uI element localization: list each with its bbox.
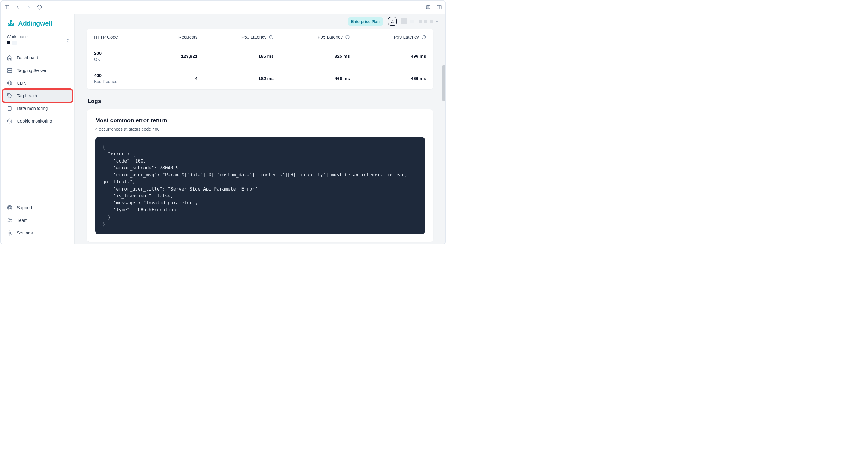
- main-content: HTTP Code Requests P50 Latency P95 Laten…: [75, 29, 445, 244]
- svg-point-18: [8, 95, 9, 95]
- svg-rect-5: [437, 5, 441, 9]
- logo-icon: [7, 19, 15, 28]
- svg-point-12: [12, 24, 13, 25]
- svg-point-31: [8, 218, 10, 220]
- svg-point-36: [393, 21, 393, 21]
- http-code-label: Bad Request: [94, 79, 143, 84]
- sidebar-item-label: Cookie monitoring: [17, 118, 52, 124]
- svg-rect-8: [10, 22, 11, 23]
- server-icon: [7, 67, 13, 73]
- cell-requests: 4: [150, 67, 205, 90]
- col-p99: P99 Latency: [357, 29, 433, 45]
- table-header-row: HTTP Code Requests P50 Latency P95 Laten…: [87, 29, 433, 45]
- back-icon[interactable]: [15, 4, 21, 10]
- settings-toggle-icon[interactable]: [426, 4, 431, 10]
- sidebar-item-tag-health[interactable]: Tag health: [3, 90, 72, 102]
- forward-icon: [26, 4, 31, 10]
- cookie-icon: [7, 118, 13, 124]
- sidebar-item-team[interactable]: Team: [3, 214, 72, 226]
- cell-p99: 466 ms: [357, 67, 433, 90]
- globe-icon: [7, 80, 13, 86]
- svg-rect-13: [7, 68, 12, 70]
- svg-point-32: [10, 219, 11, 220]
- workspace-name-placeholder: [12, 41, 17, 44]
- workspace-color-icon: [7, 41, 10, 44]
- sidebar-item-label: Data monitoring: [17, 106, 48, 111]
- cell-p50: 182 ms: [205, 67, 281, 90]
- svg-point-34: [392, 21, 392, 21]
- chat-button[interactable]: [388, 17, 397, 26]
- svg-point-21: [7, 119, 12, 124]
- panel-toggle-icon[interactable]: [4, 4, 10, 10]
- svg-point-33: [9, 232, 10, 234]
- sidebar-item-label: Dashboard: [17, 56, 38, 60]
- table-row: 200OK 123,821 185 ms 325 ms 496 ms: [87, 45, 433, 67]
- chat-icon: [390, 19, 395, 24]
- brand-logo[interactable]: Addingwell: [1, 14, 74, 31]
- cell-p95: 325 ms: [281, 45, 357, 67]
- sidebar-item-label: CDN: [17, 81, 26, 86]
- sidebar-item-cdn[interactable]: CDN: [3, 77, 72, 89]
- cell-p50: 185 ms: [205, 45, 281, 67]
- lifebuoy-icon: [7, 205, 13, 211]
- scrollbar[interactable]: [442, 65, 445, 101]
- help-icon[interactable]: [269, 35, 274, 39]
- reload-icon[interactable]: [37, 4, 42, 10]
- svg-point-26: [9, 207, 11, 209]
- svg-point-22: [9, 121, 9, 121]
- sidebar-item-label: Tag health: [17, 93, 37, 98]
- sidebar-item-tagging-server[interactable]: Tagging Server: [3, 64, 72, 76]
- http-code: 400: [94, 73, 143, 78]
- sidebar-item-label: Support: [17, 205, 32, 210]
- sidebar-item-label: Settings: [17, 231, 33, 235]
- clipboard-icon: [7, 105, 13, 111]
- svg-rect-14: [7, 71, 12, 72]
- table-row: 400Bad Request 4 182 ms 466 ms 466 ms: [87, 67, 433, 90]
- sidebar-item-label: Team: [17, 218, 27, 223]
- workspace-switcher[interactable]: Workspace: [1, 31, 74, 49]
- svg-point-42: [424, 38, 424, 38]
- svg-point-24: [9, 122, 9, 122]
- browser-toolbar: [1, 1, 445, 14]
- sidebar-item-settings[interactable]: Settings: [3, 227, 72, 239]
- sidebar-item-support[interactable]: Support: [3, 202, 72, 214]
- cell-p99: 496 ms: [357, 45, 433, 67]
- chevron-down-icon: [435, 19, 439, 24]
- col-http-code: HTTP Code: [87, 29, 150, 45]
- col-p50: P50 Latency: [205, 29, 281, 45]
- workspace-label: Workspace: [7, 34, 68, 39]
- svg-point-7: [10, 20, 12, 22]
- svg-rect-0: [5, 5, 9, 9]
- response-status-table: HTTP Code Requests P50 Latency P95 Laten…: [87, 29, 433, 90]
- gear-icon: [7, 230, 13, 236]
- svg-point-23: [10, 121, 10, 122]
- col-p95: P95 Latency: [281, 29, 357, 45]
- logs-subtitle: 4 occurrences at status code 400: [95, 127, 425, 132]
- tag-icon: [7, 93, 13, 99]
- panel-right-icon[interactable]: [436, 4, 442, 10]
- svg-point-11: [9, 24, 10, 25]
- cell-p95: 466 ms: [281, 67, 357, 90]
- svg-point-40: [347, 38, 347, 38]
- sidebar-item-cookie-monitoring[interactable]: Cookie monitoring: [3, 115, 72, 127]
- svg-point-38: [271, 38, 272, 38]
- sidebar-item-data-monitoring[interactable]: Data monitoring: [3, 102, 72, 114]
- chevron-updown-icon: [66, 38, 70, 43]
- sidebar: Addingwell Workspace Dashboard Tagging S…: [1, 14, 75, 244]
- org-placeholder: [401, 19, 414, 24]
- sidebar-item-label: Tagging Server: [17, 68, 46, 73]
- svg-rect-2: [427, 5, 430, 9]
- help-icon[interactable]: [421, 35, 426, 39]
- brand-name: Addingwell: [18, 20, 52, 27]
- logs-section-title: Logs: [87, 98, 433, 104]
- svg-point-35: [392, 21, 393, 21]
- help-icon[interactable]: [345, 35, 350, 39]
- logs-heading: Most common error return: [95, 117, 425, 124]
- account-menu[interactable]: [419, 19, 439, 24]
- http-code-label: OK: [94, 57, 143, 62]
- http-code: 200: [94, 50, 143, 56]
- plan-badge: Enterprise Plan: [347, 18, 383, 26]
- sidebar-nav: Dashboard Tagging Server CDN Tag health …: [1, 49, 74, 130]
- sidebar-item-dashboard[interactable]: Dashboard: [3, 52, 72, 64]
- cell-requests: 123,821: [150, 45, 205, 67]
